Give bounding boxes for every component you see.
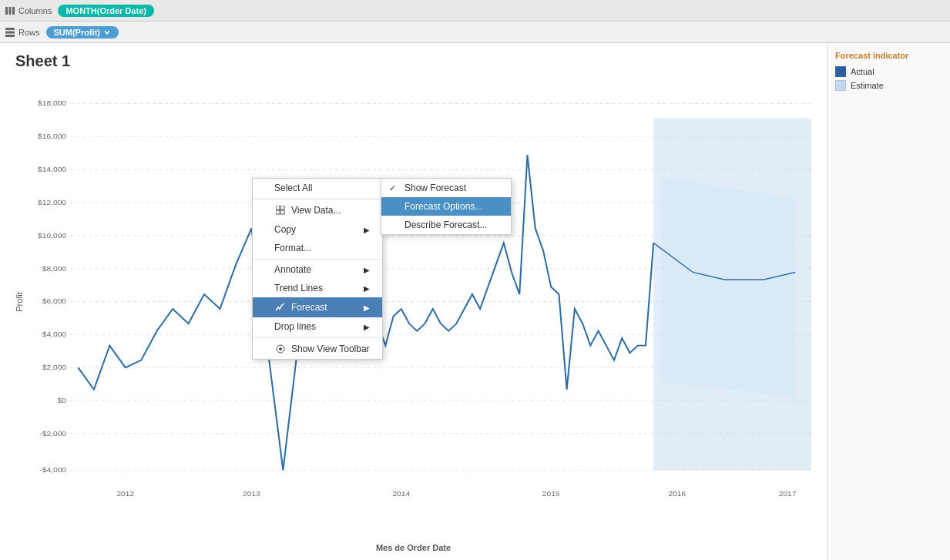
rows-pill[interactable]: SUM(Profit) xyxy=(46,26,119,39)
svg-rect-4 xyxy=(5,31,15,33)
rows-bar: Rows SUM(Profit) xyxy=(0,22,950,43)
menu-item-select-all[interactable]: Select All xyxy=(253,179,382,197)
svg-rect-0 xyxy=(5,7,8,15)
menu-item-drop-lines[interactable]: Drop lines ▶ xyxy=(253,317,382,336)
context-menu: Select All View Data... Copy ▶ Format... xyxy=(252,178,383,360)
chart-svg: $18,000 $16,000 $14,000 $12,000 $10,000 … xyxy=(31,82,819,521)
svg-rect-5 xyxy=(5,35,15,37)
chart-area: Sheet 1 Profit $18,000 $16,00 xyxy=(0,43,827,560)
forecast-icon xyxy=(274,301,287,314)
svg-rect-39 xyxy=(280,206,284,210)
columns-bar: Columns MONTH(Order Date) xyxy=(0,0,950,22)
x-axis-label: Mes de Order Date xyxy=(376,543,451,552)
svg-text:-$2,000: -$2,000 xyxy=(39,429,66,438)
chart-wrapper: $18,000 $16,000 $14,000 $12,000 $10,000 … xyxy=(31,82,819,521)
forecast-arrow-icon: ▶ xyxy=(364,303,370,312)
svg-text:$12,000: $12,000 xyxy=(38,198,66,206)
menu-item-show-toolbar[interactable]: Show View Toolbar xyxy=(253,337,382,359)
columns-pill-label: MONTH(Order Date) xyxy=(65,6,146,15)
y-axis-label: Profit xyxy=(15,292,24,312)
rows-icon: Rows xyxy=(5,27,40,38)
rows-pill-label: SUM(Profit) xyxy=(54,28,101,37)
menu-item-view-data[interactable]: View Data... xyxy=(253,199,382,220)
menu-item-forecast[interactable]: Forecast ▶ xyxy=(253,297,382,317)
show-forecast-check: ✓ xyxy=(389,183,400,193)
legend-estimate-label: Estimate xyxy=(851,81,884,90)
svg-text:2014: 2014 xyxy=(392,489,410,498)
legend-item-actual: Actual xyxy=(835,66,942,77)
columns-label: Columns xyxy=(18,6,52,15)
svg-text:$2,000: $2,000 xyxy=(42,363,67,371)
show-forecast-label: Show Forecast xyxy=(405,183,466,193)
svg-text:$18,000: $18,000 xyxy=(38,99,66,108)
submenu-item-describe-forecast[interactable]: Describe Forecast... xyxy=(381,216,511,234)
show-toolbar-icon xyxy=(274,343,287,355)
copy-arrow-icon: ▶ xyxy=(364,226,370,234)
submenu-item-show-forecast[interactable]: ✓ Show Forecast xyxy=(381,179,511,197)
svg-text:-$4,000: -$4,000 xyxy=(39,466,66,474)
legend-actual-box xyxy=(835,66,846,77)
svg-rect-3 xyxy=(5,28,15,30)
svg-point-43 xyxy=(279,347,282,350)
view-data-icon xyxy=(274,204,287,216)
menu-item-trend-lines[interactable]: Trend Lines ▶ xyxy=(253,279,382,297)
svg-text:2017: 2017 xyxy=(779,489,797,498)
annotate-arrow-icon: ▶ xyxy=(364,266,370,274)
columns-icon: Columns xyxy=(5,5,52,16)
svg-text:2015: 2015 xyxy=(542,489,560,498)
svg-rect-41 xyxy=(280,210,284,214)
submenu-item-forecast-options[interactable]: Forecast Options... xyxy=(381,197,511,216)
main-area: Sheet 1 Profit $18,000 $16,00 xyxy=(0,43,950,560)
svg-text:2012: 2012 xyxy=(116,489,134,498)
legend-item-estimate: Estimate xyxy=(835,80,942,91)
submenu: ✓ Show Forecast Forecast Options... Desc… xyxy=(381,178,512,235)
svg-rect-1 xyxy=(9,7,12,15)
rows-label: Rows xyxy=(18,28,40,37)
svg-text:2016: 2016 xyxy=(669,489,686,498)
svg-text:$16,000: $16,000 xyxy=(38,132,66,141)
svg-text:$8,000: $8,000 xyxy=(42,264,67,273)
trend-lines-arrow-icon: ▶ xyxy=(364,284,370,293)
svg-marker-37 xyxy=(661,177,795,397)
drop-lines-arrow-icon: ▶ xyxy=(364,323,370,331)
sheet-title: Sheet 1 xyxy=(15,52,70,70)
svg-text:$14,000: $14,000 xyxy=(38,165,66,173)
columns-pill[interactable]: MONTH(Order Date) xyxy=(58,5,154,17)
svg-rect-40 xyxy=(276,210,280,214)
svg-text:$10,000: $10,000 xyxy=(38,231,66,240)
svg-text:$4,000: $4,000 xyxy=(42,330,67,339)
menu-item-annotate[interactable]: Annotate ▶ xyxy=(253,259,382,279)
svg-rect-38 xyxy=(276,206,280,210)
svg-rect-2 xyxy=(12,7,15,15)
menu-item-format[interactable]: Format... xyxy=(253,239,382,257)
forecast-indicator-title: Forecast indicator xyxy=(835,51,942,60)
svg-text:2013: 2013 xyxy=(243,489,260,498)
menu-item-copy[interactable]: Copy ▶ xyxy=(253,220,382,239)
legend-actual-label: Actual xyxy=(851,67,874,76)
forecast-options-label: Forecast Options... xyxy=(405,201,482,212)
describe-forecast-label: Describe Forecast... xyxy=(405,220,487,230)
legend-estimate-box xyxy=(835,80,846,91)
sidebar: Forecast indicator Actual Estimate xyxy=(827,43,950,560)
svg-text:$0: $0 xyxy=(58,396,67,404)
svg-text:$6,000: $6,000 xyxy=(42,297,67,306)
